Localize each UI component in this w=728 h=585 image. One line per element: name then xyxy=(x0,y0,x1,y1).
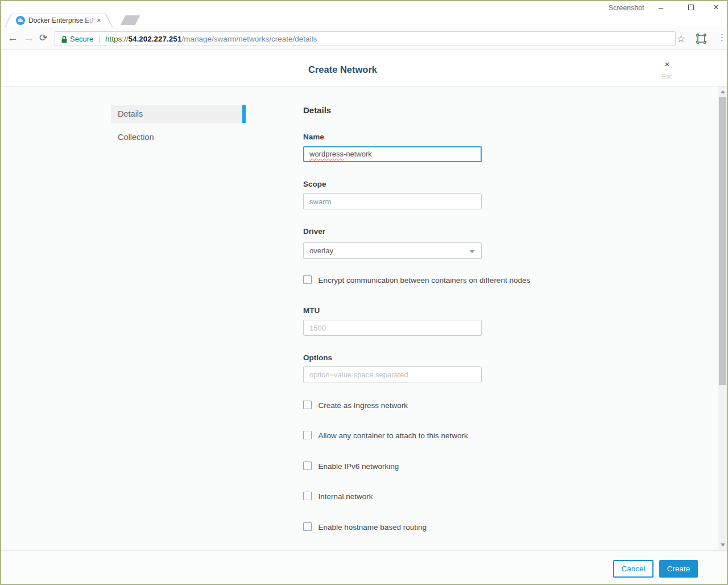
options-label: Options xyxy=(303,353,332,362)
window-close-button[interactable]: × xyxy=(706,2,726,14)
forward-icon: → xyxy=(23,32,34,44)
secure-label: Secure xyxy=(70,35,93,43)
attach-checkbox[interactable] xyxy=(303,431,312,439)
maximize-icon xyxy=(688,5,694,10)
driver-select[interactable]: overlay xyxy=(303,242,482,259)
chevron-down-icon xyxy=(469,250,475,253)
modal-side-nav: Details Collection xyxy=(111,105,246,146)
internal-checkbox-row: Internal network xyxy=(303,492,373,501)
section-heading: Details xyxy=(303,105,331,115)
create-button[interactable]: Create xyxy=(659,560,698,578)
maximize-button[interactable] xyxy=(681,2,701,14)
url-separator: | xyxy=(98,34,101,43)
ingress-checkbox-row: Create as Ingress network xyxy=(303,401,408,410)
esc-hint-label: Esc xyxy=(660,73,675,80)
url-scheme: https xyxy=(105,35,122,43)
new-tab-button[interactable] xyxy=(121,15,140,25)
ingress-checkbox[interactable] xyxy=(303,401,312,409)
scope-input[interactable] xyxy=(303,193,482,209)
chrome-menu-icon[interactable]: ⋮ xyxy=(718,32,726,43)
window-titlebar: Screenshot – × xyxy=(1,1,727,14)
vertical-scrollbar[interactable] xyxy=(718,86,727,550)
browser-window: Screenshot – × Docker Enterprise Edition xyxy=(0,0,728,585)
tab-edge xyxy=(5,14,12,27)
modal-header: Create Network × Esc xyxy=(1,50,727,86)
nav-item-details[interactable]: Details xyxy=(111,105,246,123)
scope-label: Scope xyxy=(303,180,326,188)
driver-label: Driver xyxy=(303,227,325,236)
tab-close-icon[interactable]: × xyxy=(97,16,101,24)
hostname-routing-checkbox[interactable] xyxy=(303,522,312,531)
mtu-input[interactable] xyxy=(303,320,482,336)
tab-edge xyxy=(11,14,106,14)
ipv6-checkbox[interactable] xyxy=(303,462,312,470)
minimize-button[interactable]: – xyxy=(651,2,671,14)
modal-footer: Cancel Create xyxy=(1,550,727,585)
bookmark-star-icon[interactable]: ☆ xyxy=(677,33,685,45)
scroll-down-icon[interactable] xyxy=(721,543,725,546)
hostname-routing-checkbox-label: Enable hostname based routing xyxy=(318,523,427,532)
name-input[interactable]: wordpress-network xyxy=(303,146,482,162)
modal-title: Create Network xyxy=(308,64,377,75)
scroll-up-icon[interactable] xyxy=(721,90,725,93)
tab-strip: Docker Enterprise Edition × xyxy=(1,14,727,27)
attach-checkbox-label: Allow any container to attach to this ne… xyxy=(318,431,468,440)
url-path: /manage/swarm/networks/create/details xyxy=(181,35,317,43)
mtu-label: MTU xyxy=(303,306,320,315)
docker-whale-icon xyxy=(16,16,25,27)
url-colon: :// xyxy=(122,35,128,43)
encrypt-checkbox-label: Encrypt communication between containers… xyxy=(318,276,530,285)
name-value-rest: -network xyxy=(344,150,372,158)
modal-body: Details Collection Details Name wordpres… xyxy=(1,86,727,550)
cancel-button[interactable]: Cancel xyxy=(613,560,653,578)
internal-checkbox-label: Internal network xyxy=(318,492,373,501)
tab-title-fade xyxy=(84,17,97,25)
hostname-routing-checkbox-row: Enable hostname based routing xyxy=(303,522,427,532)
driver-value: overlay xyxy=(309,246,333,255)
browser-toolbar: ← → ⟳ Secure | https://54.202.227.251/ma… xyxy=(1,27,727,50)
attach-checkbox-row: Allow any container to attach to this ne… xyxy=(303,431,468,440)
lock-icon xyxy=(61,35,68,46)
nav-item-collection[interactable]: Collection xyxy=(111,129,246,146)
ipv6-checkbox-label: Enable IPv6 networking xyxy=(318,462,399,471)
screen-capture-extension-icon[interactable] xyxy=(696,34,706,46)
scrollbar-thumb[interactable] xyxy=(719,97,726,385)
url-host: 54.202.227.251 xyxy=(129,35,182,43)
name-label: Name xyxy=(303,133,324,141)
modal-close-icon[interactable]: × xyxy=(661,59,673,69)
reload-icon[interactable]: ⟳ xyxy=(39,32,47,44)
ipv6-checkbox-row: Enable IPv6 networking xyxy=(303,462,399,471)
back-icon[interactable]: ← xyxy=(7,32,18,44)
browser-tab[interactable]: Docker Enterprise Edition × xyxy=(13,15,105,26)
name-value-misspelled: wordpress xyxy=(309,150,344,158)
encrypt-checkbox[interactable] xyxy=(303,275,312,284)
internal-checkbox[interactable] xyxy=(303,492,312,500)
address-bar[interactable]: Secure | https://54.202.227.251/manage/s… xyxy=(55,31,676,46)
ingress-checkbox-label: Create as Ingress network xyxy=(318,401,408,410)
tab-edge xyxy=(105,14,113,27)
encrypt-checkbox-row: Encrypt communication between containers… xyxy=(303,275,530,285)
window-title: Screenshot xyxy=(609,4,644,12)
options-input[interactable] xyxy=(303,366,482,382)
url-text: https://54.202.227.251/manage/swarm/netw… xyxy=(105,35,317,43)
